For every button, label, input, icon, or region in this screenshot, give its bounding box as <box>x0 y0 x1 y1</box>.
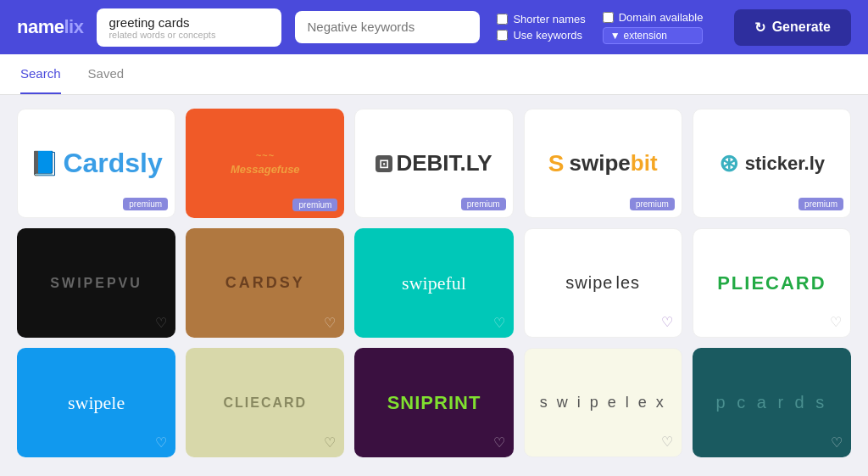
swipebit-logo: S swipebit <box>548 150 658 177</box>
card-swipeles[interactable]: swipeles ♡ <box>524 228 682 338</box>
swipeful-logo: swipeful <box>402 272 466 294</box>
book-icon: 📘 <box>30 149 59 177</box>
messagefuse-logo: ~~~ Messagefuse <box>231 149 300 178</box>
negative-input[interactable] <box>307 20 468 34</box>
generate-icon: ↻ <box>754 20 765 36</box>
card-pcards[interactable]: p c a r d s ♡ <box>693 348 851 457</box>
generate-label: Generate <box>772 20 831 35</box>
keyword-input[interactable] <box>108 15 270 30</box>
keyword-input-wrap[interactable]: related words or concepts <box>97 8 281 47</box>
domain-available-label: Domain available <box>619 11 704 24</box>
card-sniprint[interactable]: SNIPRINT ♡ <box>354 348 513 457</box>
domain-available-checkbox[interactable] <box>603 12 614 23</box>
options-wrap: Shorter names Use keywords <box>497 13 585 42</box>
card-cardsly[interactable]: 📘 Cardsly premium <box>17 109 175 218</box>
logo: namelix <box>17 16 83 38</box>
swipepvu-logo: SWIPEPVU <box>50 276 142 291</box>
card-cardsy-brown[interactable]: CARDSY ♡ <box>186 228 344 338</box>
card-pliecard[interactable]: PLIECARD ♡ <box>693 228 851 338</box>
swipelex-logo: s w i p e l e x <box>540 394 666 412</box>
stickerLy-logo: ⊛ sticker.ly <box>719 149 825 177</box>
premium-badge: premium <box>798 198 843 210</box>
card-swipepvu[interactable]: SWIPEPVU ♡ <box>17 228 175 338</box>
negative-input-wrap[interactable] <box>295 11 480 43</box>
cardsly-logo: 📘 Cardsly <box>30 148 162 179</box>
swipeles-logo: swipeles <box>565 273 640 293</box>
premium-badge: premium <box>461 198 506 210</box>
premium-badge: premium <box>292 199 337 211</box>
favorite-icon[interactable]: ♡ <box>155 434 167 451</box>
header: namelix related words or concepts Shorte… <box>0 0 868 54</box>
favorite-icon[interactable]: ♡ <box>831 434 843 451</box>
favorite-icon[interactable]: ♡ <box>830 314 842 330</box>
premium-badge: premium <box>630 198 675 210</box>
pliecard-logo: PLIECARD <box>717 272 826 294</box>
results-grid: 📘 Cardsly premium ~~~ Messagefuse premiu… <box>0 95 868 471</box>
generate-button[interactable]: ↻ Generate <box>734 9 851 46</box>
shorter-names-label: Shorter names <box>513 13 585 25</box>
card-cliecard[interactable]: CLIECARD ♡ <box>186 348 344 457</box>
cliecard-logo: CLIECARD <box>223 395 307 411</box>
use-keywords-checkbox[interactable] <box>497 30 508 41</box>
use-keywords-label: Use keywords <box>513 29 582 42</box>
favorite-icon[interactable]: ♡ <box>661 434 673 450</box>
extension-down-icon: ▼ <box>610 30 620 42</box>
favorite-icon[interactable]: ♡ <box>324 315 336 331</box>
tabs-bar: Search Saved <box>0 54 868 95</box>
pcards-logo: p c a r d s <box>715 393 827 412</box>
card-stickerLy[interactable]: ⊛ sticker.ly premium <box>693 109 851 218</box>
shorter-names-checkbox[interactable] <box>497 14 508 25</box>
card-swipele-blue[interactable]: swipele ♡ <box>17 348 175 457</box>
cardsy-brown-logo: CARDSY <box>225 274 305 292</box>
extension-badge[interactable]: ▼ extension <box>603 27 704 44</box>
card-swipelex[interactable]: s w i p e l e x ♡ <box>524 348 682 457</box>
card-messagefuse[interactable]: ~~~ Messagefuse premium <box>186 109 344 218</box>
card-debitly[interactable]: ⊡ DEBIT.LY premium <box>354 109 513 218</box>
shorter-names-option[interactable]: Shorter names <box>497 13 585 25</box>
card-swipebit[interactable]: S swipebit premium <box>524 109 682 218</box>
domain-options-wrap: Domain available ▼ extension <box>603 11 704 44</box>
sniprint-logo: SNIPRINT <box>387 392 481 414</box>
favorite-icon[interactable]: ♡ <box>324 434 336 451</box>
favorite-icon[interactable]: ♡ <box>493 315 505 331</box>
extension-label: extension <box>624 30 667 42</box>
premium-badge: premium <box>123 198 168 210</box>
s-icon: S <box>548 150 565 177</box>
favorite-icon[interactable]: ♡ <box>661 314 673 330</box>
debitly-logo: ⊡ DEBIT.LY <box>376 150 492 176</box>
use-keywords-option[interactable]: Use keywords <box>497 29 585 42</box>
swipele-blue-logo: swipele <box>68 392 125 414</box>
favorite-icon[interactable]: ♡ <box>493 434 505 451</box>
rings-icon: ⊛ <box>719 149 738 177</box>
debit-icon: ⊡ <box>376 155 392 172</box>
favorite-icon[interactable]: ♡ <box>155 315 167 331</box>
keyword-hint: related words or concepts <box>108 30 270 40</box>
domain-available-option[interactable]: Domain available <box>603 11 704 24</box>
tab-search[interactable]: Search <box>20 54 61 94</box>
card-swipeful[interactable]: swipeful ♡ <box>354 228 513 338</box>
tab-saved[interactable]: Saved <box>88 54 125 94</box>
